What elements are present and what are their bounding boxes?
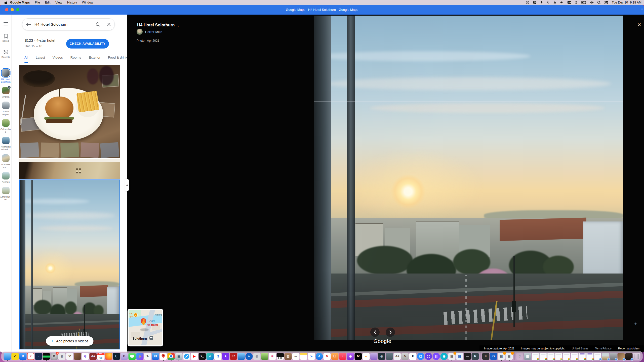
dock-icon-font-book[interactable]: Aa bbox=[394, 353, 401, 360]
search-input[interactable] bbox=[34, 22, 92, 27]
back-arrow-icon[interactable] bbox=[22, 22, 34, 26]
dock-icon-chrome-window-5[interactable] bbox=[563, 353, 570, 360]
dock-icon-chrome-window-6[interactable] bbox=[571, 353, 578, 360]
menubar-item[interactable]: History bbox=[67, 1, 77, 4]
dock-icon-vinyl[interactable]: ◉ bbox=[378, 353, 385, 360]
dock-icon-photo-booth[interactable]: ▣ bbox=[175, 353, 183, 360]
menubar-item[interactable]: Edit bbox=[45, 1, 51, 4]
dock-icon-apple-tv[interactable]: tv bbox=[355, 353, 362, 360]
sidebar-place-14408-ny-90[interactable]: 14408 NY-90 bbox=[0, 187, 12, 201]
dock-icon-disc-burner[interactable]: ◎ bbox=[253, 353, 261, 360]
dock-icon-news-app[interactable]: N bbox=[324, 353, 331, 360]
footer-link[interactable]: Terms bbox=[595, 347, 602, 350]
usb-icon[interactable] bbox=[547, 1, 550, 4]
dock-icon-audio-levels[interactable] bbox=[43, 353, 50, 360]
eject-icon[interactable] bbox=[553, 1, 556, 4]
apple-menu-icon[interactable] bbox=[3, 1, 8, 4]
recorder-icon[interactable] bbox=[533, 1, 537, 4]
dock-icon-google-maps[interactable] bbox=[160, 353, 167, 360]
dock-icon-gimp[interactable]: ✎ bbox=[401, 353, 409, 360]
battery-icon[interactable] bbox=[581, 1, 587, 4]
dock-icon-speed-gauge[interactable]: ◔ bbox=[35, 353, 42, 360]
dock-icon-diagnostics[interactable]: ◎ bbox=[58, 353, 66, 360]
photo-tab-all[interactable]: All bbox=[24, 52, 28, 63]
dock-icon-photo-thumb-beach[interactable] bbox=[602, 353, 609, 360]
hotel-dates[interactable]: Dec 15 – 16 bbox=[25, 44, 55, 48]
dock-icon-g-shield[interactable]: G bbox=[490, 353, 497, 360]
dock-icon-notes[interactable] bbox=[300, 353, 307, 360]
dock-icon-books[interactable]: ❐ bbox=[331, 353, 339, 360]
dock-icon-safari[interactable] bbox=[183, 353, 190, 360]
dock-icon-kindle[interactable]: ☾ bbox=[113, 353, 120, 360]
sidebar-place-oxfordshire[interactable]: Oxfordshire bbox=[0, 119, 12, 133]
collapse-panel-button[interactable]: ◀ bbox=[125, 179, 129, 191]
dock-icon-terminal[interactable]: >_ bbox=[199, 353, 206, 360]
sidebar-place-rennes[interactable]: Rennes bbox=[0, 172, 12, 184]
photo-tab-latest[interactable]: Latest bbox=[36, 52, 45, 63]
bolt-icon[interactable] bbox=[540, 1, 543, 4]
dock-icon-preview-window[interactable] bbox=[594, 353, 601, 360]
zoom-in-button[interactable]: + bbox=[632, 322, 639, 326]
titlebar-menu-dots-icon[interactable]: •• bbox=[641, 7, 642, 10]
close-viewer-icon[interactable]: × bbox=[637, 21, 641, 28]
dock-icon-chrome-window-2[interactable] bbox=[540, 353, 547, 360]
sidebar-place-northumberland-[interactable]: Northumberland… bbox=[0, 137, 12, 151]
dock-icon-flag-app[interactable] bbox=[238, 353, 245, 360]
dock-icon-usb-utility[interactable]: ψ bbox=[82, 353, 89, 360]
footer-link[interactable]: Privacy bbox=[602, 347, 612, 350]
menubar-date[interactable]: Tue Dec 10 bbox=[612, 1, 628, 4]
main-menu-icon[interactable] bbox=[4, 22, 8, 26]
dock-icon-chrome-sheet-2[interactable] bbox=[586, 353, 594, 360]
sidebar-item-saved[interactable]: Saved bbox=[3, 34, 9, 42]
menubar-item[interactable]: View bbox=[55, 1, 62, 4]
dock-icon-r-app[interactable]: R bbox=[472, 353, 479, 360]
menubar-time[interactable]: 9:18 AM bbox=[630, 1, 641, 4]
next-photo-button[interactable] bbox=[386, 328, 395, 337]
author-avatar[interactable] bbox=[137, 29, 143, 35]
dock-icon-photo-thumb-street[interactable] bbox=[610, 353, 617, 360]
dock-icon-webcam-app[interactable]: ◉ bbox=[440, 353, 448, 360]
photo-tab-videos[interactable]: Videos bbox=[53, 52, 63, 63]
dock-icon-printer-1[interactable]: ▤ bbox=[448, 353, 456, 360]
dock-icon-chrome-window-4[interactable] bbox=[555, 353, 562, 360]
dock-icon-chrome-window-3[interactable] bbox=[547, 353, 555, 360]
sidebar-place-bormes-les-[interactable]: Bormes-les-… bbox=[0, 154, 12, 169]
dock-icon-system-settings[interactable]: ⚙ 1 bbox=[51, 353, 58, 360]
dock-icon-reminders[interactable]: ≔ bbox=[292, 353, 300, 360]
dock-icon-bluetooth-app[interactable]: B bbox=[19, 353, 27, 360]
menubar-app-name[interactable]: Google Maps bbox=[10, 1, 30, 4]
clear-search-icon[interactable] bbox=[103, 22, 114, 26]
volume-icon[interactable] bbox=[560, 1, 564, 4]
dock-icon-audio-waves[interactable]: ||| bbox=[433, 353, 440, 360]
previous-photo-button[interactable] bbox=[370, 328, 380, 337]
zoom-out-button[interactable]: − bbox=[632, 330, 639, 334]
spotlight-icon[interactable] bbox=[597, 1, 601, 4]
dock-icon-chrome-window-1[interactable] bbox=[532, 353, 539, 360]
dock-icon-vlc[interactable]: ▲ bbox=[363, 353, 370, 360]
dock-icon-music[interactable]: ♪ bbox=[339, 353, 346, 360]
author-name[interactable]: Harrer Mike bbox=[145, 30, 162, 34]
dock-icon-apple-maps[interactable]: ➤ bbox=[308, 353, 315, 360]
dock-icon-zoom-app[interactable]: ▢ bbox=[417, 353, 424, 360]
fan-icon[interactable] bbox=[590, 1, 594, 4]
dock-icon-printer-3[interactable]: ▤ bbox=[506, 353, 513, 360]
dock-icon-scanner[interactable]: ▬ bbox=[464, 353, 471, 360]
dock-icon-frog-app[interactable] bbox=[261, 353, 268, 360]
search-box[interactable] bbox=[22, 18, 115, 30]
dock-icon-sep-2[interactable] bbox=[514, 352, 515, 360]
window-titlebar[interactable]: Google Maps - H4 Hotel Solothurn - Googl… bbox=[0, 5, 644, 15]
photo-tab-rooms[interactable]: Rooms bbox=[70, 52, 81, 63]
dock-icon-annotate-note[interactable]: ✎ bbox=[144, 353, 151, 360]
photo-tab-food-drink[interactable]: Food & drink bbox=[108, 52, 127, 63]
dock-icon-edge[interactable]: e bbox=[207, 353, 214, 360]
dock-icon-contacts[interactable]: ▥ bbox=[285, 353, 292, 360]
menubar-item[interactable]: Window bbox=[82, 1, 93, 4]
dock-icon-chrome-sheet-1[interactable] bbox=[579, 353, 586, 360]
photo-tab-exterior[interactable]: Exterior bbox=[89, 52, 101, 63]
bluetooth-icon[interactable] bbox=[575, 1, 577, 4]
menubar-item[interactable]: File bbox=[35, 1, 40, 4]
search-icon[interactable] bbox=[92, 22, 103, 27]
dock-icon-finder[interactable] bbox=[4, 353, 11, 360]
main-photo[interactable]: Z ZURICH bbox=[314, 16, 623, 340]
dock-icon-desktop-stack[interactable]: ▦ bbox=[524, 353, 531, 360]
